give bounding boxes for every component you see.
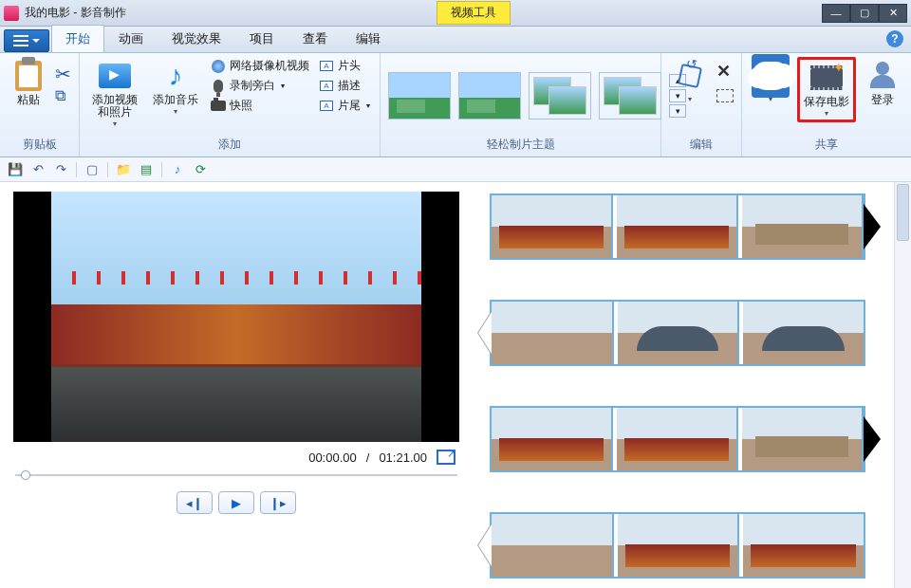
seek-slider[interactable] (15, 470, 457, 480)
group-label-clipboard: 剪贴板 (8, 135, 71, 156)
qat-save-icon[interactable]: 💾 (8, 162, 23, 177)
fullscreen-button[interactable] (437, 450, 456, 465)
group-label-edit: 编辑 (669, 135, 734, 156)
qat-music-icon[interactable]: ♪ (170, 162, 185, 177)
add-music-button[interactable]: ♪ 添加音乐 ▾ (148, 57, 203, 119)
hamburger-icon (13, 40, 28, 42)
qat-new-icon[interactable]: ▢ (84, 162, 100, 177)
transition-out-icon (864, 204, 881, 249)
person-icon (868, 62, 897, 90)
group-edit: ▾ ✕ 编辑 (661, 53, 742, 156)
clip-thumbnail[interactable] (742, 195, 864, 258)
minimize-button[interactable]: — (822, 4, 850, 23)
clip-thumbnail[interactable] (743, 302, 864, 364)
sign-in-label: 登录 (871, 94, 894, 106)
clip-thumbnail[interactable] (617, 195, 738, 258)
save-movie-label: 保存电影 (804, 96, 849, 108)
window-title: 我的电影 - 影音制作 (25, 5, 126, 21)
group-clipboard: 粘贴 ✂ ⧉ 剪贴板 (0, 53, 80, 156)
select-all-button[interactable] (716, 89, 734, 105)
sign-in-button[interactable]: 登录 (862, 57, 903, 109)
cloud-icon (752, 54, 790, 98)
seek-thumb[interactable] (21, 470, 30, 480)
title-start-button[interactable]: A 片头 (317, 57, 372, 75)
title-end-button[interactable]: A 片尾 ▾ (317, 97, 372, 115)
save-movie-button[interactable]: ✦ 保存电影 ▾ (797, 57, 856, 122)
clip-thumbnail[interactable] (618, 514, 740, 577)
scrollbar-thumb[interactable] (897, 184, 909, 241)
chevron-down-icon: ▾ (174, 107, 177, 116)
qat-undo-icon[interactable]: ↶ (30, 162, 46, 177)
tab-home[interactable]: 开始 (51, 25, 104, 52)
file-menu-button[interactable] (4, 29, 49, 52)
tab-view[interactable]: 查看 (288, 25, 342, 52)
ribbon: 粘贴 ✂ ⧉ 剪贴板 添加视频 和照片 ▾ ♪ 添加音乐 ▾ (0, 53, 911, 157)
chevron-down-icon: ▾ (688, 95, 692, 103)
video-icon (99, 64, 131, 88)
delete-button[interactable]: ✕ (716, 61, 734, 82)
snapshot-label: 快照 (230, 98, 252, 114)
caption-icon: A (320, 81, 333, 91)
clip-thumbnail[interactable] (492, 302, 614, 364)
webcam-video-button[interactable]: 网络摄像机视频 (209, 57, 311, 75)
rotate-button[interactable]: ▾ (669, 57, 711, 106)
storyboard-pane (473, 182, 911, 588)
clip-thumbnail[interactable] (492, 514, 614, 577)
group-share: ▾ ✦ 保存电影 ▾ 登录 共享 (742, 53, 911, 156)
video-preview[interactable] (13, 192, 459, 442)
paste-button[interactable]: 粘贴 (8, 57, 49, 109)
onedrive-button[interactable]: ▾ (750, 57, 791, 106)
clip-row[interactable] (490, 406, 865, 472)
chevron-down-icon: ▾ (113, 119, 117, 128)
qat-open-icon[interactable]: 📁 (116, 162, 131, 177)
clip-thumbnail[interactable] (617, 408, 738, 470)
theme-item[interactable] (599, 72, 661, 119)
snapshot-button[interactable]: 快照 (209, 97, 311, 115)
time-total: 01:21.00 (379, 450, 427, 465)
transition-in-icon (478, 312, 492, 354)
group-label-add: 添加 (87, 135, 372, 156)
storyboard-scrollbar[interactable] (894, 182, 911, 588)
theme-item[interactable] (388, 72, 451, 119)
clip-row[interactable] (490, 193, 865, 260)
qat-redo-icon[interactable]: ↷ (53, 162, 68, 177)
quick-access-toolbar: 💾 ↶ ↷ ▢ 📁 ▤ ♪ ⟳ (0, 157, 911, 182)
tab-project[interactable]: 项目 (235, 25, 288, 52)
contextual-tab-video-tools[interactable]: 视频工具 (437, 1, 511, 25)
clip-thumbnail[interactable] (743, 514, 864, 577)
clip-thumbnail[interactable] (492, 195, 613, 258)
chevron-down-icon: ▾ (769, 95, 772, 103)
next-frame-button[interactable]: ❙▸ (260, 491, 296, 514)
tab-animation[interactable]: 动画 (104, 25, 158, 52)
clipboard-icon (15, 61, 42, 91)
group-label-themes: 轻松制片主题 (388, 135, 653, 156)
add-video-photo-button[interactable]: 添加视频 和照片 ▾ (87, 57, 142, 131)
copy-icon[interactable]: ⧉ (55, 87, 71, 104)
music-note-icon: ♪ (169, 60, 183, 92)
qat-properties-icon[interactable]: ▤ (139, 162, 154, 177)
qat-refresh-icon[interactable]: ⟳ (193, 162, 208, 177)
cut-icon[interactable]: ✂ (55, 63, 71, 85)
credits-icon: A (320, 101, 333, 111)
help-button[interactable]: ? (886, 30, 903, 47)
title-start-label: 片头 (338, 58, 361, 74)
play-button[interactable]: ▶ (218, 491, 254, 514)
chevron-down-icon: ▾ (281, 82, 285, 90)
clip-thumbnail[interactable] (618, 302, 740, 364)
transition-out-icon (864, 416, 881, 462)
theme-item[interactable] (529, 72, 591, 119)
caption-button[interactable]: A 描述 (317, 77, 372, 95)
add-video-label: 添加视频 和照片 (92, 94, 138, 119)
tab-edit[interactable]: 编辑 (342, 25, 395, 52)
title-bar: 我的电影 - 影音制作 视频工具 — ▢ ✕ (0, 0, 911, 27)
record-narration-button[interactable]: 录制旁白 ▾ (209, 77, 311, 95)
maximize-button[interactable]: ▢ (850, 4, 879, 23)
clip-row[interactable] (490, 512, 865, 579)
clip-thumbnail[interactable] (492, 408, 613, 470)
prev-frame-button[interactable]: ◂❙ (177, 491, 213, 514)
tab-visual-fx[interactable]: 视觉效果 (158, 25, 235, 52)
theme-item[interactable] (458, 72, 521, 119)
close-button[interactable]: ✕ (879, 4, 907, 23)
clip-thumbnail[interactable] (742, 408, 864, 470)
clip-row[interactable] (490, 300, 865, 366)
